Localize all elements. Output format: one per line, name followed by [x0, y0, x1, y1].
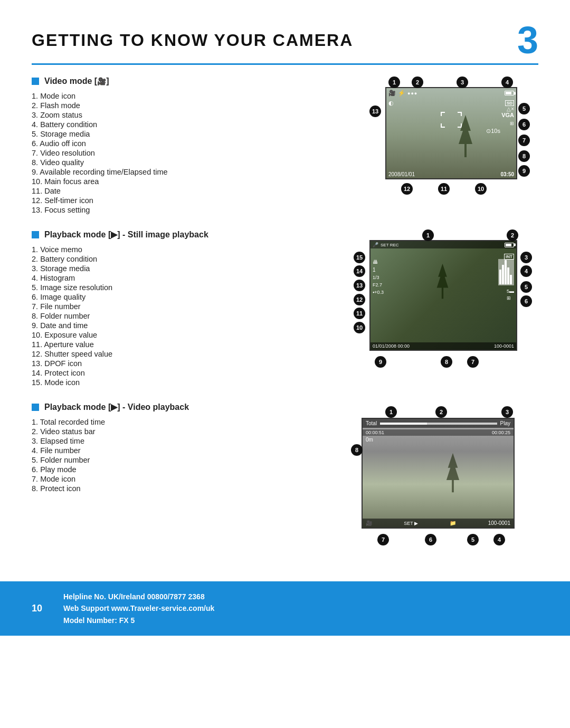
section-video-playback: Playback mode [▶] - Video playback Total…: [32, 402, 538, 566]
psd-bottom-bar: 01/01/2008 00:00 100-0001: [370, 342, 516, 350]
vmd-screen-inner: 🎥 ⚡ ●●● ◐ SD: [386, 88, 516, 178]
psd-printer-icon: 🖶: [373, 259, 384, 265]
vmd-battery-icon: [505, 91, 514, 95]
callout-p4: 4: [520, 265, 532, 277]
psd-set-rec: SET REC: [381, 243, 399, 247]
list-item: Self-timer icon: [32, 196, 332, 205]
list-item: Focus setting: [32, 205, 332, 215]
callout-p1: 1: [422, 229, 434, 241]
list-item: Exposure value: [32, 330, 332, 340]
callout-p2: 2: [507, 229, 518, 241]
section-playback-still: Playback mode [▶] - Still image playback…: [32, 229, 538, 387]
vpd-inner: Total Play 00:00:51 00:00:25: [363, 419, 514, 528]
callout-p9: 9: [375, 356, 386, 368]
psd-icon-col: 🖶 1 1/3 F2.7 ▪+0.3: [373, 259, 384, 295]
section2-heading: Playback mode [▶] - Still image playback: [32, 229, 332, 240]
callout-2: 2: [412, 76, 423, 88]
list-item: Aperture value: [32, 340, 332, 349]
psd-folder-num: 1: [373, 267, 384, 273]
list-item: Protect icon: [32, 484, 332, 493]
section3-list: Total recorded time Video status bar Ela…: [32, 417, 332, 493]
footer-text: Helpline No. UK/Ireland 00800/7877 2368 …: [63, 591, 214, 626]
section3-heading-text: Playback mode [▶] - Video playback: [44, 402, 189, 412]
section2-list-col: Playback mode [▶] - Still image playback…: [32, 229, 332, 387]
vmd-audio-off: △×: [507, 106, 514, 112]
list-item: Protect icon: [32, 368, 332, 378]
vpd-progress-bar: [380, 423, 497, 425]
video-playback-diagram: Total Play 00:00:51 00:00:25: [351, 402, 536, 566]
list-item: Main focus area: [32, 177, 332, 186]
section2-bullet: [32, 231, 39, 238]
psd-inner: 🎤 SET REC INT 🖶 1 1/: [370, 241, 516, 350]
vpd-folder-icon: 📁: [450, 520, 456, 526]
section1-diagram-col: 🎥 ⚡ ●●● ◐ SD: [348, 76, 538, 198]
vmd-grid-icon: ⊞: [510, 121, 514, 126]
section3-heading: Playback mode [▶] - Video playback: [32, 402, 332, 412]
vmd-sd-badge: SD: [505, 100, 514, 106]
vmd-focus-icon: ◐: [388, 100, 394, 107]
list-item: Shutter speed value: [32, 349, 332, 359]
list-item: Mode icon: [32, 91, 332, 101]
callout-p3: 3: [520, 252, 532, 263]
video-mode-diagram: 🎥 ⚡ ●●● ◐ SD: [354, 76, 533, 198]
svg-marker-2: [446, 453, 459, 492]
vpd-total-time: 00:00:51: [366, 430, 384, 435]
list-item: Audio off icon: [32, 139, 332, 148]
section2-list: Voice memo Battery condition Storage med…: [32, 245, 332, 387]
list-item: File number: [32, 446, 332, 455]
vpd-tree-svg: [445, 452, 460, 494]
psd-voice-icon: 🎤: [373, 242, 378, 247]
section3-list-col: Playback mode [▶] - Video playback Total…: [32, 402, 332, 493]
section3-bullet: [32, 404, 39, 411]
tree-svg: [458, 115, 473, 157]
callout-p11: 11: [354, 308, 365, 319]
list-item: Play mode: [32, 465, 332, 474]
list-item: Available recording time/Elapsed time: [32, 167, 332, 177]
callout-13: 13: [369, 106, 381, 117]
callout-1: 1: [388, 76, 400, 88]
callout-v8: 8: [351, 444, 363, 456]
callout-p5: 5: [520, 281, 532, 293]
vpd-set-play: SET ▶: [404, 521, 418, 526]
callout-v2: 2: [435, 406, 447, 418]
list-item: Video quality: [32, 158, 332, 167]
psd-fileinfo: 100-0001: [494, 343, 514, 349]
svg-marker-1: [437, 264, 449, 299]
callout-v6: 6: [425, 534, 436, 545]
psd-tree-svg: [436, 263, 449, 300]
psd-date: 01/01/2008 00:00: [373, 343, 410, 349]
list-item: Total recorded time: [32, 417, 332, 427]
vpd-fileinfo: 100-0001: [488, 520, 510, 526]
list-item: Flash mode: [32, 101, 332, 110]
section2-diagram-col: 🎤 SET REC INT 🖶 1 1/: [348, 229, 538, 382]
callout-p10: 10: [354, 322, 365, 333]
footer-page-number: 10: [32, 603, 48, 614]
callout-7: 7: [518, 135, 530, 146]
vmd-date: 2008/01/01: [388, 171, 415, 177]
psd-5m-label: 5▬: [507, 289, 514, 294]
callout-p6: 6: [520, 295, 532, 307]
list-item: Storage media: [32, 129, 332, 139]
page-header: GETTING TO KNOW YOUR CAMERA 3: [32, 21, 538, 59]
callout-12: 12: [401, 183, 413, 195]
footer-line2: Web Support www.Traveler-service.com/uk: [63, 602, 214, 614]
vpd-progress-fill: [380, 423, 427, 425]
section-video-mode: Video mode [🎥] Mode icon Flash mode Zoom…: [32, 76, 538, 215]
vmd-timer: ⊙10s: [486, 128, 500, 135]
svg-marker-0: [459, 115, 472, 157]
section2-heading-text: Playback mode [▶] - Still image playback: [44, 229, 208, 240]
callout-p15: 15: [354, 252, 365, 263]
callout-6: 6: [518, 119, 530, 130]
list-item: Video status bar: [32, 427, 332, 436]
list-item: Elapsed time: [32, 436, 332, 446]
vpd-play-time: 00:00:25: [492, 430, 510, 435]
list-item: Image size resolution: [32, 283, 332, 292]
vpd-time-row: 00:00:51 00:00:25: [363, 429, 514, 436]
callout-p8: 8: [441, 356, 452, 368]
callout-p12: 12: [354, 294, 365, 305]
list-item: Histogram: [32, 273, 332, 283]
callout-v3: 3: [501, 406, 513, 418]
list-item: Image quality: [32, 292, 332, 302]
footer-line3: Model Number: FX 5: [63, 615, 214, 626]
list-item: Mode icon: [32, 378, 332, 387]
